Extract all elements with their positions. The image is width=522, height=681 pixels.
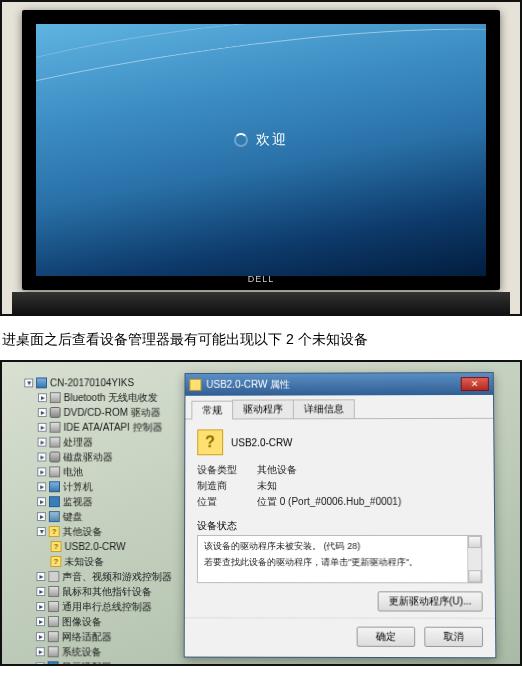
properties-dialog: USB2.0-CRW 属性 ✕ 常规 驱动程序 详细信息 USB2.0-CRW … bbox=[184, 372, 497, 658]
value-manufacturer: 未知 bbox=[257, 478, 482, 492]
scroll-down-icon[interactable] bbox=[468, 570, 481, 582]
device-manager-screenshot: ▾ CN-20170104YIKS ▸Bluetooth 无线电收发 ▸DVD/… bbox=[2, 362, 520, 664]
ok-button[interactable]: 确定 bbox=[357, 626, 416, 646]
value-device-type: 其他设备 bbox=[257, 462, 482, 476]
expand-icon[interactable]: ▸ bbox=[38, 393, 47, 402]
tree-item-label[interactable]: IDE ATA/ATAPI 控制器 bbox=[63, 419, 162, 434]
article-byline: 头条@CQ炏烙 bbox=[0, 678, 522, 681]
expand-icon[interactable]: ▸ bbox=[36, 572, 45, 581]
tree-item-label[interactable]: 鼠标和其他指针设备 bbox=[62, 584, 152, 599]
laptop-photo: 欢迎 DELL bbox=[2, 2, 520, 314]
tree-unknown-device[interactable]: USB2.0-CRW bbox=[13, 539, 172, 554]
tree-item-label[interactable]: 电池 bbox=[63, 464, 83, 479]
usb-icon bbox=[48, 601, 59, 612]
tree-item-label[interactable]: 图像设备 bbox=[62, 614, 102, 629]
scrollbar[interactable] bbox=[467, 536, 482, 582]
scroll-up-icon[interactable] bbox=[468, 536, 481, 548]
device-status-box: 该设备的驱动程序未被安装。 (代码 28) 若要查找此设备的驱动程序，请单击"更… bbox=[197, 535, 483, 583]
tree-item-label[interactable]: 磁盘驱动器 bbox=[63, 449, 113, 464]
photo-device-manager: ▾ CN-20170104YIKS ▸Bluetooth 无线电收发 ▸DVD/… bbox=[0, 360, 522, 666]
unknown-device-icon bbox=[197, 429, 223, 455]
mouse-icon bbox=[48, 586, 59, 597]
expand-icon[interactable]: ▸ bbox=[37, 512, 46, 521]
expand-icon[interactable]: ▸ bbox=[38, 422, 47, 431]
tab-strip: 常规 驱动程序 详细信息 bbox=[185, 395, 493, 420]
expand-icon[interactable]: ▸ bbox=[37, 497, 46, 506]
tree-unknown-device[interactable]: 未知设备 bbox=[13, 554, 172, 569]
welcome-indicator: 欢迎 bbox=[234, 131, 288, 149]
disk-icon bbox=[49, 451, 60, 462]
status-line: 该设备的驱动程序未被安装。 (代码 28) bbox=[204, 540, 475, 552]
expand-icon[interactable]: ▸ bbox=[36, 647, 45, 656]
imaging-icon bbox=[48, 616, 59, 627]
dialog-footer: 确定 取消 bbox=[185, 617, 496, 657]
device-tree[interactable]: ▾ CN-20170104YIKS ▸Bluetooth 无线电收发 ▸DVD/… bbox=[12, 375, 173, 664]
unknown-icon bbox=[51, 541, 62, 552]
unknown-icon bbox=[50, 556, 61, 567]
brand-logo: DELL bbox=[248, 274, 275, 284]
laptop-bezel: 欢迎 DELL bbox=[22, 10, 500, 290]
label-device-type: 设备类型 bbox=[197, 463, 257, 477]
tree-item-label[interactable]: Bluetooth 无线电收发 bbox=[64, 390, 158, 405]
expand-icon[interactable]: ▸ bbox=[37, 467, 46, 476]
laptop-screen: 欢迎 bbox=[36, 24, 486, 276]
tree-root[interactable]: ▾ CN-20170104YIKS bbox=[14, 375, 172, 390]
laptop-base bbox=[12, 292, 510, 314]
spinner-icon bbox=[234, 133, 248, 147]
tree-item-label[interactable]: 系统设备 bbox=[62, 644, 102, 659]
expand-icon[interactable]: ▸ bbox=[38, 408, 47, 417]
label-location: 位置 bbox=[197, 495, 257, 509]
tree-root-label: CN-20170104YIKS bbox=[50, 375, 134, 390]
tab-details[interactable]: 详细信息 bbox=[293, 399, 355, 418]
tab-general[interactable]: 常规 bbox=[191, 400, 233, 419]
tree-item-label[interactable]: DVD/CD-ROM 驱动器 bbox=[63, 404, 160, 419]
expand-icon[interactable]: ▸ bbox=[36, 617, 45, 626]
expand-icon[interactable]: ▸ bbox=[37, 452, 46, 461]
tab-driver[interactable]: 驱动程序 bbox=[232, 399, 294, 418]
expand-icon[interactable]: ▸ bbox=[36, 587, 45, 596]
tree-item-label[interactable]: 计算机 bbox=[63, 479, 93, 494]
tree-item-label[interactable]: 声音、视频和游戏控制器 bbox=[62, 569, 172, 584]
caption-text: 进桌面之后查看设备管理器最有可能出现以下 2 个未知设备 bbox=[0, 328, 522, 360]
expand-icon[interactable]: ▸ bbox=[36, 662, 45, 664]
tree-item-label: USB2.0-CRW bbox=[64, 539, 125, 554]
label-manufacturer: 制造商 bbox=[197, 479, 257, 493]
expand-icon[interactable]: ▸ bbox=[37, 482, 46, 491]
system-icon bbox=[48, 646, 59, 657]
dvd-icon bbox=[50, 407, 61, 418]
dialog-body: USB2.0-CRW 设备类型其他设备 制造商未知 位置位置 0 (Port_#… bbox=[185, 418, 495, 617]
tree-item-label: 未知设备 bbox=[64, 554, 104, 569]
cancel-button[interactable]: 取消 bbox=[424, 626, 483, 646]
keyboard-icon bbox=[49, 511, 60, 522]
network-icon bbox=[48, 631, 59, 642]
tree-item-label[interactable]: 通用串行总线控制器 bbox=[62, 599, 152, 614]
bluetooth-icon bbox=[50, 392, 61, 403]
computer-icon bbox=[36, 377, 47, 388]
expand-icon[interactable]: ▸ bbox=[38, 437, 47, 446]
tree-item-label[interactable]: 网络适配器 bbox=[62, 629, 112, 644]
unknown-icon bbox=[189, 379, 201, 391]
tree-item-label[interactable]: 显示适配器 bbox=[62, 659, 112, 664]
collapse-icon[interactable]: ▾ bbox=[37, 527, 46, 536]
dialog-titlebar[interactable]: USB2.0-CRW 属性 ✕ bbox=[185, 373, 493, 396]
tree-item-label[interactable]: 监视器 bbox=[63, 494, 93, 509]
device-name: USB2.0-CRW bbox=[231, 436, 292, 447]
sound-icon bbox=[48, 571, 59, 582]
welcome-text: 欢迎 bbox=[256, 131, 288, 149]
expand-icon[interactable]: ▸ bbox=[36, 632, 45, 641]
collapse-icon[interactable]: ▾ bbox=[24, 378, 33, 387]
status-line: 若要查找此设备的驱动程序，请单击"更新驱动程序"。 bbox=[204, 556, 475, 568]
close-button[interactable]: ✕ bbox=[461, 377, 489, 391]
tree-item-label: 其他设备 bbox=[63, 524, 103, 539]
value-location: 位置 0 (Port_#0006.Hub_#0001) bbox=[257, 494, 482, 508]
label-device-status: 设备状态 bbox=[197, 518, 482, 532]
update-driver-button[interactable]: 更新驱动程序(U)... bbox=[377, 591, 482, 611]
tree-item-label[interactable]: 处理器 bbox=[63, 434, 93, 449]
computer-icon bbox=[49, 481, 60, 492]
tree-other-devices[interactable]: ▾其他设备 bbox=[13, 524, 172, 539]
dialog-title: USB2.0-CRW 属性 bbox=[206, 377, 461, 392]
tree-item-label[interactable]: 键盘 bbox=[63, 509, 83, 524]
display-icon bbox=[48, 661, 59, 664]
battery-icon bbox=[49, 466, 60, 477]
expand-icon[interactable]: ▸ bbox=[36, 602, 45, 611]
